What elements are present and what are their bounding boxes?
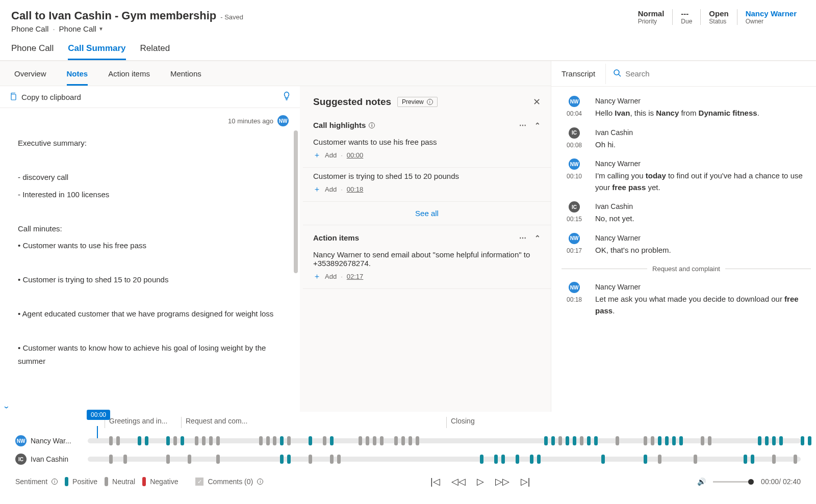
svg-rect-0: [11, 94, 16, 100]
transcript-row[interactable]: NW00:10 Nancy WarnerI'm calling you toda…: [562, 154, 811, 197]
lightbulb-icon[interactable]: [283, 91, 291, 102]
add-icon[interactable]: ＋: [313, 184, 321, 194]
suggested-notes-title: Suggested notes: [313, 96, 391, 108]
entity-type: Phone Call: [11, 24, 48, 33]
author-avatar: NW: [277, 115, 289, 126]
page-title: Call to Ivan Cashin - Gym membership: [11, 9, 216, 22]
top-tab[interactable]: Call Summary: [68, 43, 125, 60]
sentiment-track[interactable]: [88, 457, 801, 462]
timestamp-link[interactable]: 00:18: [347, 185, 364, 193]
call-highlights-heading: Call highlights: [313, 121, 366, 129]
timestamp-link[interactable]: 00:00: [347, 151, 364, 159]
transcript-row[interactable]: NW00:04 Nancy WarnerHello Ivan, this is …: [562, 92, 811, 123]
more-icon[interactable]: ⋯: [519, 234, 526, 242]
transcript-row[interactable]: IC00:08 Ivan CashinOh hi.: [562, 123, 811, 155]
suggested-item: Customer is trying to shed 15 to 20 poun…: [303, 168, 551, 202]
volume-icon[interactable]: 🔊: [697, 478, 706, 486]
sentiment-label: Sentiment: [15, 478, 47, 486]
search-input[interactable]: [625, 69, 809, 78]
close-icon[interactable]: ✕: [533, 96, 541, 108]
header-meta-item: NormalPriority: [630, 9, 673, 25]
saved-indicator: - Saved: [220, 13, 243, 21]
note-timestamp-row: 10 minutes ago NW: [0, 108, 300, 130]
notes-pane: Copy to clipboard 10 minutes ago NW Exec…: [0, 86, 303, 412]
sub-tab[interactable]: Overview: [14, 69, 46, 86]
sub-tab[interactable]: Mentions: [170, 69, 201, 86]
collapse-chevron-icon[interactable]: ⌃: [2, 402, 10, 410]
copy-to-clipboard-button[interactable]: Copy to clipboard: [9, 92, 81, 102]
timeline-segment[interactable]: Greetings and in...: [105, 417, 181, 428]
sentiment-track[interactable]: [88, 438, 801, 443]
see-all-link[interactable]: See all: [303, 202, 551, 225]
info-icon[interactable]: i: [52, 479, 58, 485]
chevron-up-icon[interactable]: ⌃: [534, 121, 541, 129]
chevron-down-icon: ▼: [98, 26, 104, 32]
speaker-avatar: IC: [569, 127, 580, 139]
timeline-segment[interactable]: Request and com...: [181, 417, 446, 428]
search-icon: [613, 69, 621, 79]
svg-point-3: [614, 70, 619, 75]
rewind-icon[interactable]: ◁◁: [451, 476, 466, 487]
more-icon[interactable]: ⋯: [519, 121, 526, 129]
info-icon[interactable]: i: [257, 479, 263, 485]
info-icon: i: [427, 99, 433, 105]
record-tabs: Phone CallCall SummaryRelated: [0, 35, 816, 61]
timeline-track: NWNancy War...: [15, 435, 801, 446]
play-icon[interactable]: ▷: [477, 476, 484, 487]
sub-tab[interactable]: Notes: [67, 69, 88, 86]
timestamp-link[interactable]: 02:17: [347, 273, 364, 280]
transcript-row[interactable]: IC00:15 Ivan CashinNo, not yet.: [562, 197, 811, 229]
timeline-segment[interactable]: Closing: [446, 417, 732, 428]
top-tab[interactable]: Related: [140, 43, 170, 60]
speaker-avatar: NW: [569, 233, 580, 244]
player-bar: Sentiment i Positive Neutral Negative ✓ …: [0, 469, 816, 494]
comments-checkbox[interactable]: ✓: [195, 478, 203, 486]
transcript-divider: Request and complaint: [562, 260, 811, 278]
add-icon[interactable]: ＋: [313, 150, 321, 160]
suggested-item: Customer wants to use his free pass ＋ Ad…: [303, 134, 551, 168]
suggested-item: Nancy Warner to send email about "some h…: [303, 246, 551, 289]
summary-sub-tabs: OverviewNotesAction itemsMentions: [0, 61, 551, 86]
page-header: Call to Ivan Cashin - Gym membership - S…: [0, 0, 816, 35]
speaker-avatar: NW: [569, 96, 580, 107]
speaker-avatar: IC: [569, 201, 580, 213]
action-items-heading: Action items: [313, 233, 359, 242]
playhead-label[interactable]: 00:00: [87, 410, 110, 420]
header-meta-item: OpenStatus: [700, 9, 736, 25]
note-body[interactable]: Executive summary: - discovery call- Int…: [0, 130, 300, 412]
volume-slider[interactable]: [713, 481, 754, 483]
skip-end-icon[interactable]: ▷|: [521, 476, 530, 487]
transcript-row[interactable]: NW00:18 Nancy WarnerLet me ask you what …: [562, 278, 811, 321]
add-label[interactable]: Add: [325, 273, 337, 280]
skip-start-icon[interactable]: |◁: [430, 476, 440, 487]
add-label[interactable]: Add: [325, 151, 337, 159]
speaker-avatar: NW: [569, 282, 580, 293]
timeline-track: ICIvan Cashin: [15, 454, 801, 465]
transcript-panel: Transcript NW00:04 Nancy WarnerHello Iva…: [551, 61, 816, 412]
top-tab[interactable]: Phone Call: [11, 43, 54, 60]
preview-badge[interactable]: Preview i: [397, 97, 438, 107]
svg-line-4: [619, 74, 621, 76]
sub-tab[interactable]: Action items: [108, 69, 150, 86]
transcript-row[interactable]: NW00:17 Nancy WarnerOK, that's no proble…: [562, 229, 811, 260]
sentiment-timeline: 00:00 Greetings and in...Request and com…: [0, 412, 816, 469]
add-label[interactable]: Add: [325, 185, 337, 193]
speaker-avatar: NW: [569, 158, 580, 170]
scrollbar-thumb[interactable]: [294, 130, 298, 273]
form-selector[interactable]: Phone Call ▼: [59, 24, 104, 33]
copy-icon: [9, 92, 17, 102]
info-icon[interactable]: i: [369, 122, 375, 128]
transcript-title: Transcript: [551, 61, 605, 86]
transcript-search[interactable]: [605, 64, 816, 84]
header-meta-item: ---Due: [672, 9, 700, 25]
add-icon[interactable]: ＋: [313, 272, 321, 281]
forward-icon[interactable]: ▷▷: [495, 476, 509, 487]
header-meta-item[interactable]: Nancy WarnerOwner: [737, 9, 805, 25]
chevron-up-icon[interactable]: ⌃: [534, 234, 541, 242]
suggested-notes-pane: Suggested notes Preview i ✕ Call highlig…: [303, 86, 551, 412]
